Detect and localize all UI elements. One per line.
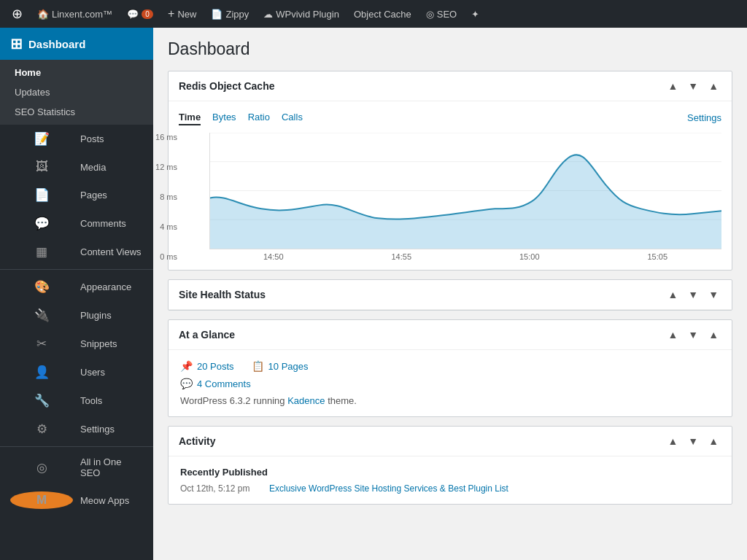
chart-svg: [210, 133, 721, 249]
pages-count-link[interactable]: 10 Pages: [268, 361, 309, 372]
sidebar-item-snippets[interactable]: ✂ Snippets: [0, 330, 153, 358]
seo-button[interactable]: ◎ SEO: [420, 0, 462, 28]
pages-label: Pages: [80, 190, 143, 201]
at-a-glance-collapse-up[interactable]: ▲: [665, 327, 681, 342]
sidebar-subitem-updates[interactable]: Updates: [0, 82, 153, 102]
object-cache-label: Object Cache: [354, 9, 411, 20]
sidebar-item-meow-apps[interactable]: M Meow Apps: [0, 485, 153, 516]
posts-icon: 📝: [10, 131, 73, 147]
at-a-glance-body: 📌 20 Posts 📋 10 Pages 💬 4 Comments W: [169, 350, 732, 416]
site-health-header: Site Health Status ▲ ▼ ▼: [169, 280, 732, 310]
activity-collapse-up[interactable]: ▲: [665, 434, 681, 448]
chart-tabs-left: Time Bytes Ratio Calls: [179, 110, 303, 125]
aio-seo-label: All in One SEO: [80, 456, 143, 478]
star-button[interactable]: ✦: [465, 0, 485, 28]
chart-tab-calls[interactable]: Calls: [282, 110, 303, 125]
y-label-12: 12 ms: [153, 163, 177, 171]
updates-sub-label: Updates: [15, 87, 50, 98]
site-name-button[interactable]: 🏠 Linxent.com™: [31, 0, 118, 28]
sidebar-item-tools[interactable]: 🔧 Tools: [0, 386, 153, 415]
cloud-icon: ☁: [263, 9, 273, 20]
theme-link[interactable]: Kadence: [287, 395, 325, 406]
chart-tab-bytes[interactable]: Bytes: [212, 110, 236, 125]
settings-icon: ⚙: [10, 421, 73, 437]
sidebar-item-dashboard[interactable]: ⊞ Dashboard: [0, 28, 153, 60]
activity-time: Oct 12th, 5:12 pm: [180, 483, 260, 494]
activity-pin[interactable]: ▲: [705, 434, 721, 448]
sidebar-item-settings[interactable]: ⚙ Settings: [0, 415, 153, 443]
media-icon: 🖼: [10, 160, 73, 174]
admin-bar: ⊕ 🏠 Linxent.com™ 💬 0 + New 📄 Zippy ☁ WPv…: [0, 0, 747, 28]
new-label: New: [177, 9, 196, 20]
object-cache-button[interactable]: Object Cache: [348, 0, 417, 28]
dashboard-label: Dashboard: [28, 38, 85, 50]
meow-apps-icon: M: [10, 491, 73, 509]
sidebar-item-all-in-one-seo[interactable]: ◎ All in One SEO: [0, 450, 153, 485]
glance-items: 📌 20 Posts 📋 10 Pages: [180, 360, 720, 372]
site-health-collapse-down[interactable]: ▼: [685, 287, 701, 302]
glance-comments-row: 💬 4 Comments: [180, 378, 720, 389]
chart-tab-time[interactable]: Time: [179, 110, 201, 125]
comments-icon: 💬: [127, 9, 139, 20]
x-label-1505: 15:05: [647, 252, 667, 261]
at-a-glance-widget: At a Glance ▲ ▼ ▲ 📌 20 Posts 📋 10 Pages: [168, 319, 732, 417]
sidebar-item-plugins[interactable]: 🔌 Plugins: [0, 301, 153, 330]
activity-title: Activity: [179, 435, 216, 447]
recently-published-label: Recently Published: [180, 467, 720, 478]
collapse-down-icon[interactable]: ▼: [685, 79, 701, 93]
sidebar-item-content-views[interactable]: ▦ Content Views: [0, 238, 153, 266]
theme-trail-text: theme.: [328, 395, 357, 406]
collapse-up-icon[interactable]: ▲: [665, 79, 681, 93]
wpvivid-button[interactable]: ☁ WPvivid Plugin: [258, 0, 345, 28]
redis-widget-title: Redis Object Cache: [179, 80, 275, 92]
users-icon: 👤: [10, 365, 73, 380]
posts-count-link[interactable]: 20 Posts: [197, 361, 234, 372]
redis-widget-header: Redis Object Cache ▲ ▼ ▲: [169, 71, 732, 101]
sidebar-item-comments[interactable]: 💬 Comments: [0, 209, 153, 238]
seo-icon: ◎: [426, 9, 434, 20]
seo-label: SEO: [437, 9, 457, 20]
settings-label: Settings: [80, 424, 143, 435]
at-a-glance-pin[interactable]: ▲: [705, 327, 721, 342]
seo-statistics-sub-label: SEO Statistics: [15, 106, 75, 117]
comments-badge: 0: [142, 9, 153, 19]
chart-settings-link[interactable]: Settings: [687, 112, 721, 123]
snippets-icon: ✂: [10, 336, 73, 351]
site-health-collapse-up[interactable]: ▲: [665, 287, 681, 302]
activity-collapse-down[interactable]: ▼: [685, 434, 701, 448]
activity-post-title[interactable]: Exclusive WordPress Site Hosting Service…: [269, 483, 508, 494]
pushpin-icon: 📌: [180, 360, 193, 372]
chart-y-labels: 16 ms 12 ms 8 ms 4 ms 0 ms: [153, 133, 177, 261]
sidebar-item-pages[interactable]: 📄 Pages: [0, 181, 153, 209]
comments-nav-icon: 💬: [10, 216, 73, 231]
chart-area: [209, 133, 721, 249]
y-label-4: 4 ms: [153, 222, 177, 231]
star-icon: ✦: [471, 9, 479, 20]
comments-button[interactable]: 💬 0: [121, 0, 159, 28]
chart-tab-ratio[interactable]: Ratio: [248, 110, 270, 125]
sidebar-subitem-seo-statistics[interactable]: SEO Statistics: [0, 102, 153, 122]
comments-glance-icon: 💬: [180, 378, 193, 389]
site-health-pin[interactable]: ▼: [705, 287, 721, 302]
site-health-title: Site Health Status: [179, 289, 266, 300]
sidebar-item-users[interactable]: 👤 Users: [0, 358, 153, 386]
sidebar-subitem-home[interactable]: Home: [0, 63, 153, 82]
sidebar-separator-2: [0, 446, 153, 447]
plugins-label: Plugins: [80, 310, 143, 321]
zippy-button[interactable]: 📄 Zippy: [205, 0, 255, 28]
sidebar-item-appearance[interactable]: 🎨 Appearance: [0, 273, 153, 301]
sidebar-item-media[interactable]: 🖼 Media: [0, 153, 153, 181]
wp-logo-button[interactable]: ⊕: [6, 0, 28, 28]
home-sub-label: Home: [15, 67, 41, 78]
pin-icon[interactable]: ▲: [705, 79, 721, 93]
wp-logo-icon: ⊕: [12, 6, 23, 22]
comments-nav-label: Comments: [80, 218, 143, 229]
appearance-label: Appearance: [80, 281, 143, 292]
at-a-glance-header: At a Glance ▲ ▼ ▲: [169, 320, 732, 350]
x-label-1455: 14:55: [391, 252, 411, 261]
at-a-glance-collapse-down[interactable]: ▼: [685, 327, 701, 342]
home-icon: 🏠: [37, 9, 49, 20]
sidebar-item-posts[interactable]: 📝 Posts: [0, 125, 153, 153]
comments-count-link[interactable]: 4 Comments: [197, 378, 251, 389]
new-button[interactable]: + New: [162, 0, 202, 28]
